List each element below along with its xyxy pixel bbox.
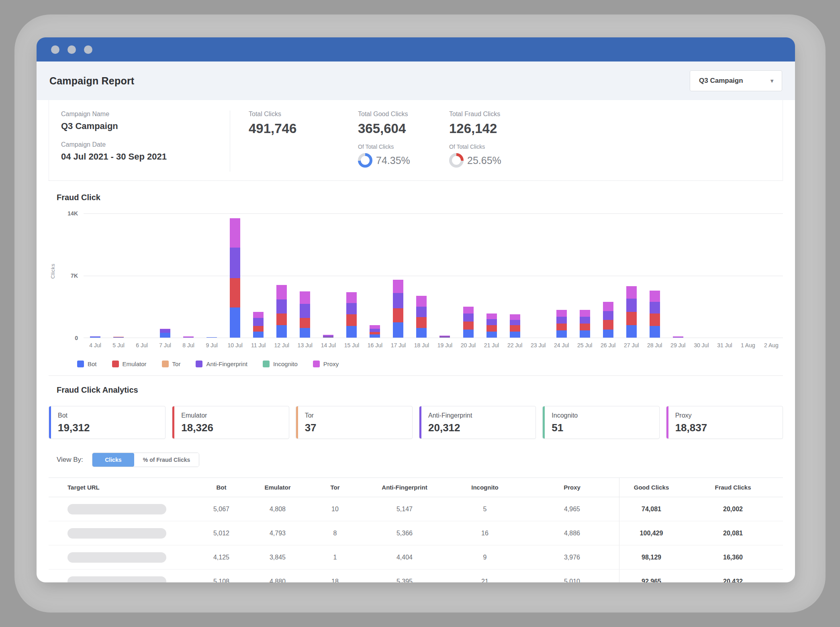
legend-item-emulator[interactable]: Emulator: [112, 361, 147, 367]
bar-segment-anti-fingerprint: [650, 302, 660, 314]
bar-segment-bot: [556, 330, 567, 338]
bar-stack: [439, 336, 450, 338]
bar-segment-bot: [230, 307, 240, 338]
good-clicks-percentage: 74.35%: [376, 155, 410, 166]
legend-label: Anti-Fingerprint: [206, 361, 247, 367]
window-control-dot[interactable]: [51, 45, 59, 54]
analytics-card-label: Tor: [305, 412, 412, 419]
bar-stack: [276, 285, 287, 338]
legend-item-incognito[interactable]: Incognito: [263, 361, 298, 367]
total-fraud-clicks-label: Total Fraud Clicks: [449, 111, 501, 118]
table-cell-tor: 1: [306, 554, 364, 561]
bar-segment-proxy: [346, 292, 357, 303]
legend-swatch-icon: [162, 361, 169, 367]
target-url-cell: [49, 504, 193, 514]
total-fraud-clicks-column: Total Fraud Clicks 126,142 Of Total Clic…: [449, 111, 501, 172]
bar-slot-25-jul: [573, 213, 597, 338]
x-tick-label: 24 Jul: [550, 342, 573, 348]
bar-segment-bot: [510, 332, 520, 338]
analytics-card-value: 51: [552, 422, 659, 434]
bar-segment-emulator: [626, 312, 637, 325]
x-tick-label: 7 Jul: [153, 342, 177, 348]
legend-label: Bot: [88, 361, 97, 367]
legend-label: Tor: [172, 361, 181, 367]
bar-segment-proxy: [300, 291, 310, 304]
bar-segment-bot: [439, 337, 450, 338]
analytics-card-label: Anti-Fingerprint: [428, 412, 535, 419]
chart-legend: BotEmulatorTorAnti-FingerprintIncognitoP…: [77, 361, 783, 367]
bar-segment-anti-fingerprint: [510, 320, 520, 325]
bar-segment-bot: [416, 328, 427, 338]
bar-segment-proxy: [276, 285, 287, 299]
bar-slot-8-jul: [177, 213, 200, 338]
bar-stack: [416, 296, 427, 338]
bar-slot-17-jul: [386, 213, 410, 338]
legend-item-bot[interactable]: Bot: [77, 361, 97, 367]
table-row[interactable]: 4,1253,84514,40493,97698,12916,360: [49, 545, 783, 570]
campaign-selector-dropdown[interactable]: Q3 Campaign ▼: [690, 70, 782, 91]
x-tick-label: 23 Jul: [527, 342, 550, 348]
legend-item-anti-fingerprint[interactable]: Anti-Fingerprint: [196, 361, 247, 367]
analytics-card-anti-fingerprint: Anti-Fingerprint20,312: [419, 406, 536, 439]
bar-segment-anti-fingerprint: [393, 293, 403, 308]
bar-segment-emulator: [253, 326, 264, 331]
legend-swatch-icon: [263, 361, 270, 367]
legend-item-proxy[interactable]: Proxy: [313, 361, 339, 367]
fraud-clicks-percentage: 25.65%: [467, 155, 501, 166]
chart-plot-area: [84, 213, 783, 338]
good-clicks-donut-chart: [358, 153, 372, 168]
x-tick-label: 15 Jul: [340, 342, 363, 348]
view-by-option-clicks[interactable]: Clicks: [92, 453, 134, 467]
bar-stack: [580, 310, 590, 338]
bar-segment-proxy: [393, 280, 403, 293]
bar-segment-proxy: [416, 296, 427, 307]
bar-segment-bot: [253, 332, 264, 338]
table-cell-emulator: 4,880: [249, 578, 306, 583]
table-row[interactable]: 5,1084,880185,395215,01092,96520,432: [49, 570, 783, 582]
x-tick-label: 10 Jul: [223, 342, 247, 348]
fraud-click-chart-section: Fraud Click Clicks 14K 7K 0 4 Jul5 Jul6 …: [49, 181, 783, 367]
analytics-title: Fraud Click Analytics: [57, 385, 783, 395]
legend-item-tor[interactable]: Tor: [162, 361, 181, 367]
bar-segment-proxy: [580, 310, 590, 317]
bar-segment-emulator: [346, 314, 357, 326]
table-row[interactable]: 5,0674,808105,14754,96574,08120,002: [49, 497, 783, 521]
bar-segment-emulator: [393, 308, 403, 322]
x-tick-label: 27 Jul: [620, 342, 643, 348]
legend-swatch-icon: [196, 361, 202, 367]
table-cell-bot: 4,125: [193, 554, 249, 561]
bar-slot-15-jul: [340, 213, 363, 338]
window-control-dot[interactable]: [67, 45, 76, 54]
legend-label: Emulator: [123, 361, 147, 367]
target-url-table: Target URLBotEmulatorTorAnti-Fingerprint…: [49, 477, 783, 582]
bar-segment-proxy: [626, 286, 637, 299]
view-by-label: View By:: [57, 456, 83, 464]
bar-segment-bot: [580, 330, 590, 338]
campaign-name-label: Campaign Name: [61, 111, 230, 118]
column-header-emulator: Emulator: [249, 484, 306, 491]
bar-segment-anti-fingerprint: [346, 303, 357, 315]
bar-segment-anti-fingerprint: [486, 319, 497, 326]
legend-label: Incognito: [273, 361, 298, 367]
analytics-card-proxy: Proxy18,837: [666, 406, 783, 439]
legend-label: Proxy: [323, 361, 339, 367]
bar-slot-31-jul: [713, 213, 736, 338]
bar-segment-bot: [276, 325, 287, 338]
bar-slot-16-jul: [363, 213, 386, 338]
analytics-card-label: Emulator: [181, 412, 288, 419]
x-tick-label: 5 Jul: [107, 342, 130, 348]
bar-segment-bot: [113, 337, 124, 338]
bar-segment-anti-fingerprint: [370, 329, 380, 332]
bar-stack: [183, 336, 194, 338]
table-cell-emulator: 4,808: [249, 506, 306, 513]
analytics-card-label: Proxy: [675, 412, 783, 419]
table-row[interactable]: 5,0124,79385,366164,886100,42920,081: [49, 521, 783, 545]
window-control-dot[interactable]: [84, 45, 92, 54]
y-tick-14k: 14K: [67, 210, 78, 217]
table-cell-tor: 18: [306, 578, 364, 583]
x-tick-label: 11 Jul: [247, 342, 270, 348]
y-tick-0: 0: [75, 335, 78, 341]
view-by-option--of-fraud-clicks[interactable]: % of Fraud Clicks: [134, 453, 199, 467]
bar-segment-emulator: [230, 278, 240, 307]
app-window: Campaign Report Q3 Campaign ▼ Campaign N…: [37, 37, 795, 582]
